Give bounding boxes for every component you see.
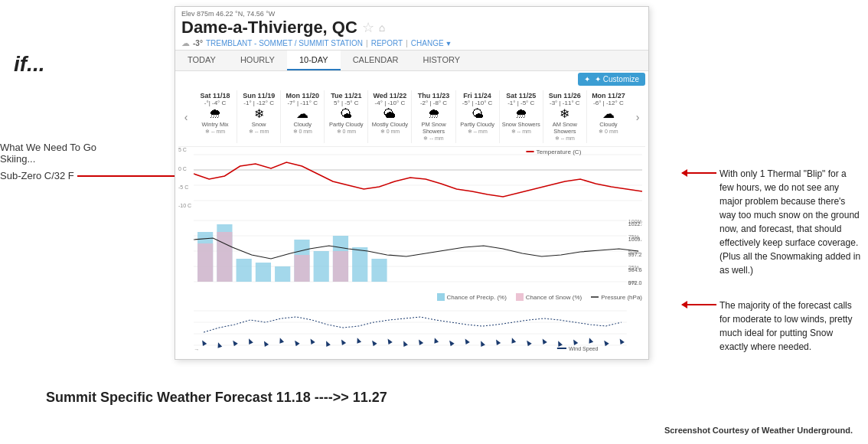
svg-rect-25	[352, 247, 367, 282]
weather-widget: Elev 875m 46.22 °N, 74.56 °W Dame-a-Thiv…	[175, 6, 649, 360]
day-col-7[interactable]: Sat 11/25 -1° | -5° C 🌨 Snow Showers ❄ -…	[500, 90, 543, 143]
precip-chart-container: 100% 75% 50% 25% 0%	[194, 217, 642, 302]
change-link[interactable]: CHANGE ▼	[411, 39, 452, 47]
day-temp-2: -7° | -11° C	[281, 100, 324, 106]
svg-text:→: →	[194, 347, 199, 352]
day-precip-0: ❄ -- mm	[194, 129, 237, 135]
day-col-5[interactable]: Thu 11/23 -2° | -8° C 🌨 PM Snow Showers …	[412, 90, 455, 143]
day-icon-0: 🌨	[194, 106, 237, 121]
tab-bar: TODAY HOURLY 10-DAY CALENDAR HISTORY	[175, 51, 648, 71]
bottom-credit: Screenshot Courtesy of Weather Undergrou…	[664, 426, 853, 435]
svg-text:Temperature (C): Temperature (C)	[537, 149, 582, 155]
day-col-8[interactable]: Sun 11/26 -3° | -11° C ❄ AM Snow Showers…	[543, 90, 587, 143]
svg-rect-36	[437, 293, 445, 301]
customize-row: ✦ ✦ Customize	[178, 73, 645, 86]
day-precip-3: ❄ 0 mm	[325, 129, 367, 135]
svg-text:972.02: 972.02	[628, 280, 642, 286]
day-col-2[interactable]: Mon 11/20 -7° | -11° C ☁ Cloudy ❄ 0 mm	[281, 90, 325, 143]
gear-icon: ✦	[584, 75, 590, 83]
svg-rect-29	[294, 255, 309, 282]
svg-rect-28	[217, 232, 232, 282]
svg-marker-69	[540, 338, 547, 344]
snowflake-icon-7: ❄	[511, 129, 516, 134]
y-10c-neg: -10 C	[178, 203, 191, 208]
if-label: if...	[14, 52, 44, 77]
day-name-0: Sat 11/18	[194, 92, 237, 100]
tab-history[interactable]: HISTORY	[411, 51, 473, 70]
svg-marker-47	[200, 339, 207, 346]
svg-rect-27	[197, 243, 213, 282]
day-col-1[interactable]: Sun 11/19 -1° | -12° C ❄ Snow ❄ -- mm	[237, 90, 281, 143]
cloud-icon: ☁	[181, 38, 190, 48]
next-arrow[interactable]: ›	[630, 111, 645, 123]
prev-arrow[interactable]: ‹	[178, 111, 194, 123]
day-precip-6: ❄ -- mm	[456, 129, 499, 135]
snow-legend-icon	[516, 293, 524, 301]
wind-chart-svg: 25 20 15 10	[194, 303, 642, 353]
tab-today[interactable]: TODAY	[175, 51, 228, 70]
arrow-head-r2	[681, 301, 687, 309]
svg-marker-55	[324, 340, 330, 347]
svg-marker-64	[463, 338, 470, 344]
svg-text:1022.4: 1022.4	[628, 221, 642, 227]
sub-zero-label: Sub-Zero C/32 F	[0, 170, 74, 181]
bottom-title: Summit Specific Weather Forecast 11.18 -…	[46, 390, 387, 406]
svg-rect-75	[557, 348, 566, 349]
svg-text:1009.8: 1009.8	[628, 237, 642, 242]
day-desc-4: Mostly Cloudy	[368, 121, 411, 128]
customize-button[interactable]: ✦ ✦ Customize	[578, 73, 645, 86]
sub-zero-annotation: Sub-Zero C/32 F	[0, 170, 184, 181]
day-desc-0: Wintry Mix	[194, 121, 237, 128]
svg-marker-54	[308, 338, 315, 344]
day-precip-2: ❄ 0 mm	[281, 129, 324, 135]
star-icon[interactable]: ☆	[362, 19, 374, 36]
snowflake-icon-0: ❄	[205, 129, 210, 134]
day-col-0[interactable]: Sat 11/18 -°| -4° C 🌨 Wintry Mix ❄ -- mm	[194, 90, 237, 143]
day-col-3[interactable]: Tue 11/21 5° | -5° C 🌤 Partly Cloudy ❄ 0…	[325, 90, 368, 143]
tab-hourly[interactable]: HOURLY	[228, 51, 287, 70]
tab-10day[interactable]: 10-DAY	[287, 51, 341, 70]
forecast-days-header: ‹ Sat 11/18 -°| -4° C 🌨 Wintry Mix ❄ -- …	[178, 87, 645, 147]
svg-marker-65	[478, 340, 485, 347]
day-col-4[interactable]: Wed 11/22 -4° | -10° C 🌥 Mostly Cloudy ❄…	[368, 90, 412, 143]
snowflake-icon-8: ❄	[555, 135, 560, 141]
day-name-9: Mon 11/27	[587, 92, 630, 100]
svg-marker-60	[401, 340, 407, 347]
svg-rect-37	[516, 293, 524, 301]
day-name-8: Sun 11/26	[543, 92, 586, 100]
svg-marker-71	[571, 338, 578, 345]
day-desc-6: Partly Cloudy	[456, 121, 499, 128]
day-col-9[interactable]: Mon 11/27 -6° | -12° C ☁ Cloudy ❄ 0 mm	[587, 90, 630, 143]
precip-legend: Chance of Precip. (%) Chance of Snow (%)…	[194, 292, 642, 302]
subtitle-row: ☁ -3° TREMBLANT - SOMMET / SUMMIT STATIO…	[181, 38, 642, 48]
snowflake-icon-2: ❄	[293, 129, 298, 134]
report-link[interactable]: REPORT	[371, 39, 403, 47]
day-temp-4: -4° | -10° C	[368, 100, 411, 106]
svg-marker-57	[355, 337, 361, 344]
wind-text: The majority of the forecast calls for m…	[720, 299, 862, 354]
day-desc-1: Snow	[237, 121, 280, 128]
svg-rect-21	[275, 266, 290, 282]
svg-marker-62	[432, 337, 439, 344]
svg-marker-50	[246, 338, 253, 344]
svg-marker-56	[339, 338, 346, 345]
station-link[interactable]: TREMBLANT - SOMMET / SUMMIT STATION	[206, 39, 363, 47]
svg-marker-72	[587, 337, 593, 344]
snowflake-icon-1: ❄	[249, 129, 253, 134]
day-columns: Sat 11/18 -°| -4° C 🌨 Wintry Mix ❄ -- mm…	[194, 90, 630, 143]
day-name-6: Fri 11/24	[456, 92, 499, 100]
precip-legend-icon	[437, 293, 445, 301]
svg-rect-20	[256, 263, 271, 282]
arrow-right-line1	[682, 172, 716, 174]
day-col-6[interactable]: Fri 11/24 -5° | -10° C 🌤 Partly Cloudy ❄…	[456, 90, 500, 143]
elevation-info: Elev 875m 46.22 °N, 74.56 °W	[181, 10, 642, 18]
home-icon[interactable]: ⌂	[379, 21, 385, 34]
temp-chart-svg: Temperature (C)	[194, 147, 642, 212]
svg-marker-59	[386, 338, 393, 344]
day-icon-4: 🌥	[368, 106, 411, 121]
snowflake-icon-5: ❄	[423, 135, 428, 141]
day-icon-2: ☁	[281, 106, 324, 121]
tab-calendar[interactable]: CALENDAR	[341, 51, 411, 70]
svg-marker-52	[278, 337, 284, 344]
svg-marker-67	[510, 337, 516, 344]
